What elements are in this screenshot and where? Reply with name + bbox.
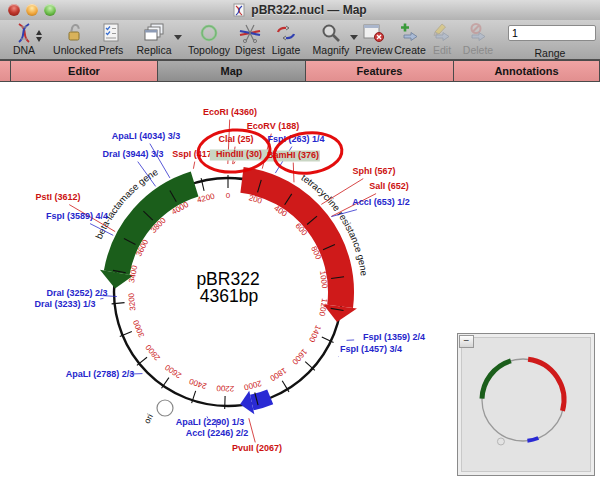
dna-button[interactable]: DNA	[2, 22, 46, 56]
tick-label: 1400	[307, 324, 323, 344]
collapse-overview-button[interactable]: −	[459, 335, 474, 348]
preview-label: Preview	[355, 44, 392, 56]
enzyme-label[interactable]: FspI (1359) 2/4	[363, 332, 425, 342]
tick-label: 3000	[131, 318, 146, 338]
range-label: Range	[508, 47, 592, 59]
delete-label: Delete	[463, 44, 493, 56]
topology-label: Topology	[188, 44, 230, 56]
enzyme-label[interactable]: DraI (3944) 3/3	[102, 149, 163, 159]
ligate-label: Ligate	[272, 44, 301, 56]
digest-label: Digest	[235, 44, 265, 56]
dna-icon	[13, 22, 35, 44]
enzyme-label[interactable]: ApaLI (4034) 3/3	[112, 131, 181, 141]
title-bar: pBR322.nucl — Map	[0, 0, 600, 21]
enzyme-pointer-line	[193, 162, 194, 169]
enzyme-label[interactable]: ClaI (25)	[218, 134, 253, 144]
tick-label: 1600	[290, 347, 309, 367]
enzyme-label[interactable]: ApaLI (2290) 1/3	[176, 417, 245, 427]
plasmid-length: 4361bp	[200, 286, 258, 306]
tick-label: 1000	[318, 270, 329, 289]
stepper-icon[interactable]	[36, 30, 42, 42]
tick-label: 1200	[317, 298, 329, 318]
app-window: pBR322.nucl — Map DNA Unlocked	[0, 0, 600, 477]
magnify-button[interactable]: Magnify	[306, 22, 356, 56]
preview-button[interactable]: Preview	[352, 22, 396, 56]
tick-label: 2000	[242, 379, 262, 392]
enzyme-label[interactable]: SalI (652)	[369, 181, 409, 191]
range-input[interactable]	[508, 25, 596, 41]
enzyme-label[interactable]: PvuII (2067)	[232, 443, 282, 453]
enzyme-label[interactable]: DraI (3252) 2/3	[46, 288, 107, 298]
toolbar: DNA Unlocked Prefs	[0, 20, 600, 60]
enzyme-pointer-line	[234, 162, 236, 165]
tab-annotations[interactable]: Annotations	[453, 61, 600, 81]
enzyme-label[interactable]: FspI (1457) 3/4	[340, 344, 402, 354]
gene-arc-3[interactable]	[252, 397, 270, 403]
unlocked-button[interactable]: Unlocked	[52, 22, 98, 56]
digest-button[interactable]: Digest	[232, 22, 268, 56]
replica-label: Replica	[136, 44, 171, 56]
enzyme-label[interactable]: AccI (653) 1/2	[352, 197, 410, 207]
enzyme-label[interactable]: HindIII (30)	[216, 149, 262, 159]
dna-label: DNA	[13, 44, 35, 56]
enzyme-label[interactable]: EcoRI (4360)	[203, 107, 257, 117]
prefs-button[interactable]: Prefs	[96, 22, 126, 56]
tick-label: 4200	[196, 192, 216, 205]
enzyme-label[interactable]: PstI (3612)	[35, 192, 80, 202]
range-group: Range	[508, 25, 592, 59]
prefs-icon	[101, 22, 121, 44]
replica-icon	[142, 22, 166, 44]
tick-label: 3400	[127, 264, 139, 284]
tab-editor[interactable]: Editor	[10, 61, 157, 81]
digest-icon	[238, 22, 262, 44]
enzyme-label[interactable]: ApaLI (2788) 2/3	[66, 369, 135, 379]
ligate-icon	[274, 22, 298, 44]
tick-label: 1800	[268, 366, 288, 383]
preview-icon	[362, 22, 386, 44]
tab-map[interactable]: Map	[157, 61, 305, 81]
edit-pencil-icon	[431, 22, 453, 44]
ligate-button[interactable]: Ligate	[268, 22, 304, 56]
topology-button[interactable]: Topology	[184, 22, 234, 56]
delete-icon	[467, 22, 489, 44]
topology-icon	[198, 22, 220, 44]
create-label: Create	[394, 44, 426, 56]
tab-features[interactable]: Features	[305, 61, 453, 81]
replica-button[interactable]: Replica	[128, 22, 180, 56]
ori-symbol	[157, 400, 173, 416]
overview-panel: −	[457, 333, 595, 476]
enzyme-pointer-line	[249, 418, 255, 442]
magnify-icon	[320, 22, 342, 44]
create-icon	[399, 22, 421, 44]
tick-label: 2600	[163, 362, 183, 380]
enzyme-label[interactable]: DraI (3233) 1/3	[34, 299, 95, 309]
enzyme-label[interactable]: AccI (2246) 2/2	[186, 428, 249, 438]
tick-label: 3200	[127, 292, 138, 311]
unlock-icon	[64, 22, 86, 44]
prefs-label: Prefs	[99, 44, 124, 56]
window-title: pBR322.nucl — Map	[251, 3, 366, 17]
document-dna-icon	[233, 3, 246, 17]
magnify-label: Magnify	[313, 44, 350, 56]
tab-bar: Editor Map Features Annotations	[0, 60, 600, 82]
delete-button[interactable]: Delete	[458, 22, 498, 56]
chevron-down-icon[interactable]	[174, 35, 182, 40]
enzyme-label[interactable]: FspI (3589) 4/4	[46, 211, 108, 221]
unlocked-label: Unlocked	[53, 44, 97, 56]
enzyme-label[interactable]: EcoRV (188)	[247, 121, 299, 131]
tick-label: 2400	[188, 376, 208, 390]
tick-label: 2800	[144, 342, 163, 362]
enzyme-label[interactable]: SphI (567)	[352, 166, 395, 176]
tick-label: 2200	[216, 384, 235, 394]
edit-button[interactable]: Edit	[428, 22, 456, 56]
map-view: 0200400600800100012001400160018002000220…	[0, 82, 600, 477]
tick-label: 0	[226, 191, 231, 200]
overview-plasmid-icon	[458, 334, 594, 475]
enzyme-pointer-line	[216, 419, 217, 427]
create-button[interactable]: Create	[394, 22, 426, 56]
edit-label: Edit	[433, 44, 451, 56]
enzyme-pointer-line	[100, 298, 103, 299]
ori-label: ori	[142, 412, 155, 425]
